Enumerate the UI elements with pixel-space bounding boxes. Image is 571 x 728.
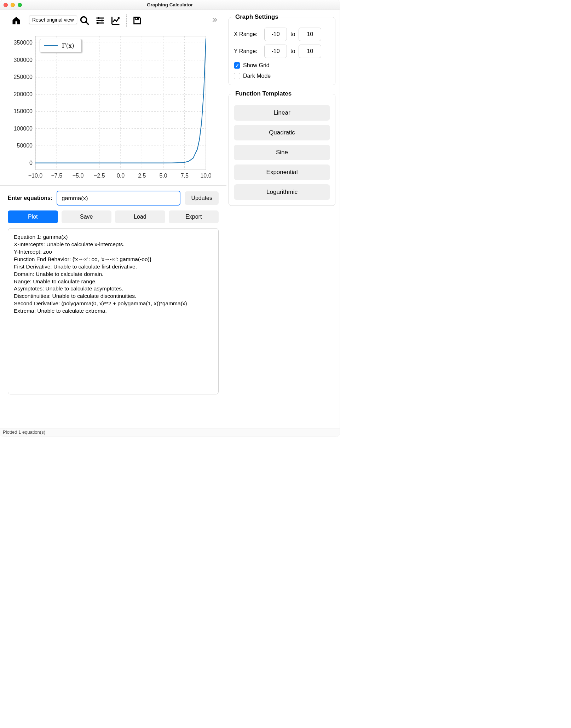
ymax-input[interactable] — [299, 45, 321, 58]
svg-text:50000: 50000 — [17, 143, 33, 149]
window-zoom-icon[interactable] — [18, 3, 22, 7]
xmax-input[interactable] — [299, 28, 321, 41]
yrange-label: Y Range: — [234, 48, 261, 54]
template-exponential-button[interactable]: Exponential — [234, 164, 330, 180]
save-icon — [132, 16, 142, 25]
svg-text:0.0: 0.0 — [117, 173, 125, 179]
show-grid-label: Show Grid — [243, 62, 270, 69]
xrange-label: X Range: — [234, 31, 261, 37]
to-label: to — [290, 48, 295, 54]
svg-text:100000: 100000 — [14, 126, 33, 132]
svg-rect-1 — [98, 17, 99, 19]
template-linear-button[interactable]: Linear — [234, 105, 330, 121]
legend-swatch — [44, 45, 58, 46]
equation-label: Enter equations: — [8, 195, 52, 201]
plot-button[interactable]: Plot — [8, 210, 58, 223]
svg-text:250000: 250000 — [14, 74, 33, 80]
window-minimize-icon[interactable] — [11, 3, 15, 7]
svg-text:−10.0: −10.0 — [28, 173, 43, 179]
plot-toolbar: Reset original view — [0, 12, 226, 30]
status-bar: Plotted 1 equation(s) — [0, 428, 340, 437]
svg-text:10.0: 10.0 — [200, 173, 211, 179]
toolbar-overflow-button[interactable] — [211, 16, 219, 25]
window-title: Graphing Calculator — [4, 2, 336, 7]
svg-text:5.0: 5.0 — [159, 173, 167, 179]
chevron-double-right-icon — [211, 16, 219, 24]
svg-text:2.5: 2.5 — [138, 173, 146, 179]
save-button[interactable]: Save — [62, 210, 112, 223]
home-icon — [11, 16, 21, 25]
configure-button[interactable] — [92, 13, 108, 28]
window-close-icon[interactable] — [4, 3, 8, 7]
zoom-icon — [80, 16, 90, 25]
toolbar-tooltip: Reset original view — [29, 16, 77, 24]
svg-text:150000: 150000 — [14, 108, 33, 114]
toolbar-separator — [126, 15, 127, 27]
edit-axes-button[interactable] — [108, 13, 123, 28]
templates-panel: Function Templates Linear Quadratic Sine… — [229, 90, 335, 206]
svg-text:0: 0 — [29, 160, 33, 166]
show-grid-checkbox[interactable] — [234, 62, 240, 69]
equation-input[interactable] — [57, 191, 180, 206]
svg-point-0 — [81, 17, 87, 23]
templates-title: Function Templates — [234, 90, 293, 97]
svg-rect-5 — [137, 18, 138, 19]
export-button[interactable]: Export — [169, 210, 219, 223]
svg-text:7.5: 7.5 — [181, 173, 189, 179]
graph-settings-panel: Graph Settings X Range: to Y Range: to S… — [229, 13, 335, 85]
zoom-button[interactable] — [77, 13, 92, 28]
svg-text:−5.0: −5.0 — [73, 173, 84, 179]
svg-text:200000: 200000 — [14, 91, 33, 97]
titlebar: Graphing Calculator — [0, 0, 340, 10]
analysis-output: Equation 1: gamma(x) X-Intercepts: Unabl… — [8, 228, 219, 394]
template-logarithmic-button[interactable]: Logarithmic — [234, 184, 330, 200]
svg-text:−7.5: −7.5 — [51, 173, 62, 179]
sliders-icon — [95, 16, 105, 25]
load-button[interactable]: Load — [115, 210, 165, 223]
to-label: to — [290, 31, 295, 37]
dark-mode-checkbox[interactable] — [234, 73, 240, 79]
chart-area[interactable]: −10.0−7.5−5.0−2.50.02.55.07.510.00500001… — [8, 33, 219, 181]
template-sine-button[interactable]: Sine — [234, 145, 330, 160]
template-quadratic-button[interactable]: Quadratic — [234, 125, 330, 140]
svg-text:−2.5: −2.5 — [94, 173, 105, 179]
svg-text:350000: 350000 — [14, 40, 33, 46]
xmin-input[interactable] — [264, 28, 287, 41]
legend-label: Γ(x) — [62, 42, 74, 49]
svg-rect-2 — [102, 20, 103, 22]
updates-button[interactable]: Updates — [185, 191, 219, 205]
svg-rect-3 — [97, 22, 99, 24]
graph-settings-title: Graph Settings — [234, 13, 280, 21]
chart-legend: Γ(x) — [40, 39, 82, 52]
chart-line-icon — [111, 16, 121, 25]
home-button[interactable] — [8, 13, 24, 28]
ymin-input[interactable] — [264, 45, 287, 58]
svg-text:300000: 300000 — [14, 57, 33, 63]
save-figure-button[interactable] — [129, 13, 145, 28]
dark-mode-label: Dark Mode — [243, 73, 271, 79]
